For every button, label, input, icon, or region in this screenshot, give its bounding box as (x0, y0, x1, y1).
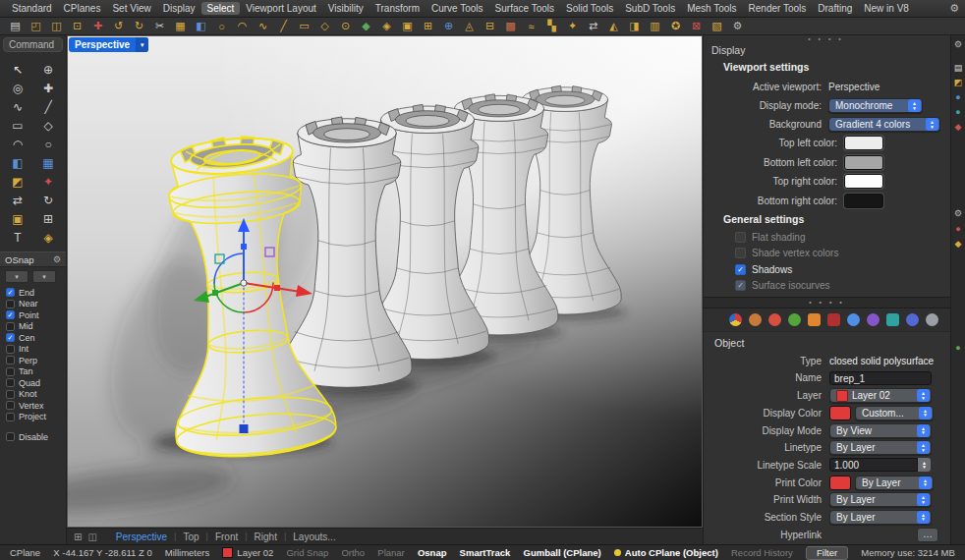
toolbar-icon-24[interactable]: ⊟ (480, 19, 500, 34)
status-gumball-cplane[interactable]: Gumball (CPlane) (524, 547, 601, 558)
cube-tab-icon[interactable] (886, 313, 899, 326)
osnap-item-near[interactable]: Near (0, 299, 66, 310)
osnap-gear-icon[interactable]: ⚙ (53, 254, 61, 264)
toolbar-icon-1[interactable]: ▤ (5, 19, 26, 34)
menu-item-display[interactable]: Display (157, 2, 201, 15)
display-mode-dropdown[interactable]: By View▲▼ (829, 423, 932, 438)
toolbar-icon-19[interactable]: ◈ (376, 19, 397, 34)
menu-item-curve-tools[interactable]: Curve Tools (426, 2, 489, 15)
toolbar-icon-36[interactable]: ⚙ (727, 19, 748, 34)
status-ortho[interactable]: Ortho (341, 547, 365, 558)
checkbox[interactable] (6, 390, 15, 399)
linetype-dropdown[interactable]: By Layer▲▼ (829, 440, 932, 455)
toolbar-icon-10[interactable]: ◧ (191, 19, 211, 34)
panel-drag-handle[interactable] (711, 36, 940, 43)
gumball-x-scale-handle[interactable] (274, 285, 280, 291)
hyperlink-browse-button[interactable]: … (917, 528, 938, 542)
toolbar-icon-12[interactable]: ◠ (232, 19, 253, 34)
osnap-item-project[interactable]: Project (0, 412, 66, 423)
status-record-history[interactable]: Record History (731, 547, 793, 558)
osnap-item-quad[interactable]: Quad (0, 377, 66, 389)
toolbar-icon-8[interactable]: ✂ (149, 19, 170, 34)
toolbar-icon-32[interactable]: ▥ (645, 19, 665, 34)
checkbox[interactable]: ✓ (6, 288, 15, 297)
background-dropdown[interactable]: Gradient 4 colors▲▼ (828, 117, 940, 132)
checkbox[interactable]: ✓ (6, 333, 15, 342)
tool-palette-icon-19[interactable]: T (3, 229, 33, 247)
osnap-filter-dropdown[interactable] (5, 270, 28, 283)
gumball-x-arrowhead[interactable] (296, 285, 312, 297)
checkbox[interactable] (6, 378, 15, 387)
toolbar-icon-13[interactable]: ∿ (253, 19, 273, 34)
toolbar-icon-35[interactable]: ▧ (707, 19, 727, 34)
sun-tab-icon[interactable] (867, 313, 880, 326)
gumball-center-handle[interactable] (241, 280, 247, 286)
toolbar-icon-3[interactable]: ◫ (46, 19, 67, 34)
menu-item-transform[interactable]: Transform (369, 2, 426, 15)
display-panel-icon[interactable]: ◩ (954, 78, 963, 87)
print-color-dropdown[interactable]: By Layer▲▼ (855, 476, 934, 490)
tool-palette-icon-11[interactable]: ◧ (3, 154, 33, 172)
osnap-item-knot[interactable]: Knot (0, 389, 66, 401)
toolbar-icon-7[interactable]: ↻ (129, 19, 149, 34)
osnap-item-vertex[interactable]: Vertex (0, 400, 66, 412)
tool-palette-icon-7[interactable]: ▭ (3, 117, 33, 135)
viewport-title-dropdown[interactable]: Perspective (69, 37, 148, 52)
object-settings-gear-icon[interactable]: ⚙ (954, 208, 962, 218)
status-osnap[interactable]: Osnap (418, 547, 447, 558)
menu-item-render-tools[interactable]: Render Tools (743, 2, 813, 15)
toolbar-icon-15[interactable]: ▭ (294, 19, 314, 34)
toolbar-icon-18[interactable]: ◆ (356, 19, 376, 34)
section-style-dropdown[interactable]: By Layer▲▼ (829, 510, 932, 525)
menu-item-subd-tools[interactable]: SubD Tools (619, 2, 681, 15)
toolbar-icon-5[interactable]: ✚ (87, 19, 108, 34)
tool-palette-icon-13[interactable]: ◩ (3, 173, 33, 191)
menu-item-mesh-tools[interactable]: Mesh Tools (681, 2, 742, 15)
tool-palette-icon-8[interactable]: ◇ (33, 117, 64, 135)
toolbar-icon-31[interactable]: ◨ (624, 19, 645, 34)
tool-palette-icon-17[interactable]: ▣ (3, 210, 33, 228)
print-color-swatch[interactable] (829, 476, 851, 490)
print-width-dropdown[interactable]: By Layer▲▼ (829, 492, 932, 507)
notes-panel-icon[interactable]: ● (955, 224, 960, 234)
menu-item-surface-tools[interactable]: Surface Tools (489, 2, 560, 15)
tool-palette-icon-6[interactable]: ╱ (33, 98, 64, 116)
checkbox[interactable] (6, 356, 15, 364)
status-smarttrack[interactable]: SmartTrack (460, 547, 511, 558)
viewport-tab-perspective[interactable]: Perspective (109, 532, 174, 542)
osnap-item-disable[interactable]: Disable (0, 431, 66, 443)
tool-palette-icon-3[interactable]: ◎ (3, 80, 33, 97)
menu-item-solid-tools[interactable]: Solid Tools (560, 2, 619, 15)
toolbar-icon-9[interactable]: ▦ (170, 19, 191, 34)
tool-palette-icon-2[interactable]: ⊕ (33, 61, 64, 79)
osnap-filter-dropdown[interactable] (32, 270, 56, 283)
viewport-tab-front[interactable]: Front (208, 532, 245, 542)
layout-grid-icon[interactable]: ⊞ (74, 532, 82, 542)
toolbar-icon-14[interactable]: ╱ (273, 19, 294, 34)
libraries-panel-icon[interactable]: ● (955, 107, 960, 117)
properties-tab-icon[interactable] (729, 313, 742, 326)
command-input[interactable]: Command (3, 37, 63, 52)
osnap-item-perp[interactable]: Perp (0, 355, 66, 366)
tool-palette-icon-1[interactable]: ↖ (3, 61, 33, 79)
pencil-tab-icon[interactable] (768, 313, 781, 326)
tool-palette-icon-9[interactable]: ◠ (3, 136, 33, 153)
checkbox[interactable] (6, 345, 15, 354)
osnap-item-tan[interactable]: Tan (0, 366, 66, 378)
layers-panel-icon[interactable]: ◆ (955, 239, 962, 249)
materials-panel-icon[interactable]: ◆ (955, 122, 962, 132)
settings-tab-icon[interactable] (926, 313, 938, 326)
toolbar-icon-28[interactable]: ✦ (562, 19, 583, 34)
menu-item-standard[interactable]: Standard (6, 2, 58, 15)
checkbox[interactable]: ✓ (735, 264, 746, 275)
color-swatch-top-right-color[interactable] (844, 174, 883, 189)
gumball-z-scale-handle[interactable] (241, 244, 247, 250)
toolbar-icon-11[interactable]: ○ (211, 19, 232, 34)
osnap-item-cen[interactable]: ✓Cen (0, 332, 66, 344)
checkbox[interactable] (6, 432, 15, 441)
linetype-scale-input[interactable]: 1.000 (829, 458, 918, 472)
osnap-item-end[interactable]: ✓End (0, 287, 66, 299)
gumball-y-scale-handle[interactable] (212, 290, 218, 296)
status-auto-cplane-object[interactable]: Auto CPlane (Object) (614, 547, 718, 558)
tool-palette-icon-14[interactable]: ✦ (33, 173, 64, 191)
